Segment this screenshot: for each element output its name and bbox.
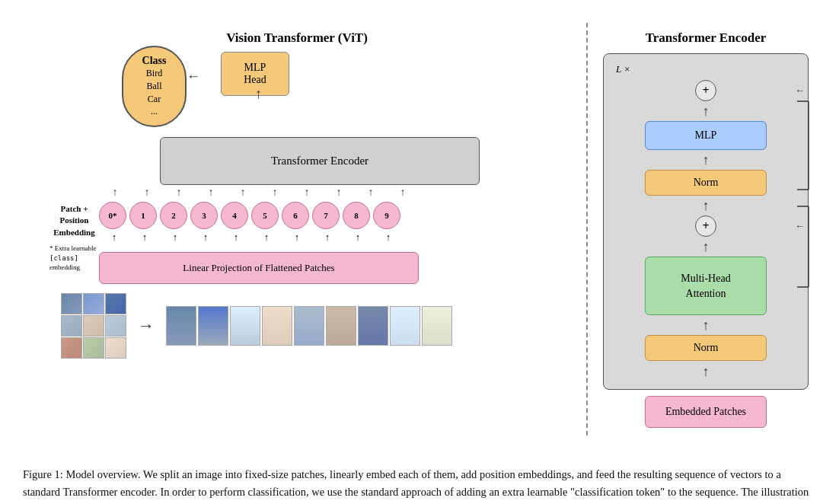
flat-patch	[294, 306, 324, 346]
te-stack: + ← ↑ MLP ↑ Norm ↑ + ←	[616, 80, 796, 361]
flattened-patches-row	[166, 306, 452, 346]
patch-thumb	[83, 315, 104, 337]
patch-thumb	[83, 293, 104, 314]
up-arrow: ↑	[283, 231, 311, 244]
up-arrow: ↑	[400, 187, 406, 199]
arrow-up: ↑	[703, 240, 710, 254]
token-9: 9	[373, 202, 400, 229]
flat-patch	[262, 306, 292, 346]
mlp-head-label: MLPHead	[235, 62, 275, 86]
plus-circle-bottom: +	[695, 215, 716, 237]
arrow-up: ↑	[703, 318, 710, 332]
token-1: 1	[129, 202, 157, 229]
transformer-encoder-box: Transformer Encoder	[160, 137, 480, 185]
flat-patch	[358, 306, 388, 346]
patch-thumb	[83, 337, 104, 359]
up-arrow: ↑	[131, 231, 158, 244]
class-items: BirdBallCar...	[137, 67, 171, 118]
token-5: 5	[251, 202, 279, 229]
up-arrow: ↑	[273, 187, 278, 199]
te-section: Transformer Encoder L × + ← ↑ MLP ↑	[603, 23, 816, 435]
norm-box-2: Norm	[645, 335, 767, 361]
original-image-grid	[61, 293, 126, 359]
linear-proj-box: Linear Projection of Flattened Patches	[99, 252, 419, 284]
mha-box: Multi-HeadAttention	[645, 257, 767, 315]
flat-patch	[230, 306, 260, 346]
class-output-box: Class BirdBallCar...	[122, 46, 187, 127]
patch-thumb	[105, 337, 126, 359]
patch-thumb	[105, 315, 126, 337]
up-arrow: ↑	[209, 187, 214, 199]
up-arrow: ↑	[100, 231, 128, 244]
up-arrow: ↑	[253, 231, 280, 244]
caption: Figure 1: Model overview. We split an im…	[23, 466, 816, 504]
patch-thumb	[61, 315, 82, 337]
image-patches-area: →	[61, 293, 556, 359]
token-2: 2	[160, 202, 187, 229]
embedded-patches-box: Embedded Patches	[645, 396, 767, 428]
patch-thumb	[61, 337, 82, 359]
skip-connections-svg	[790, 91, 812, 289]
token-3: 3	[190, 202, 218, 229]
up-arrow: ↑	[177, 187, 182, 199]
plus-top-row: + ←	[616, 80, 796, 101]
up-arrows-tokens: ↑ ↑ ↑ ↑ ↑ ↑ ↑ ↑ ↑ ↑	[99, 231, 556, 244]
tokens-row: 0* 1 2 3 4 5 6 7 8 9	[99, 202, 556, 229]
up-arrow: ↑	[241, 187, 246, 199]
tokens-area: 0* 1 2 3 4 5 6 7 8 9 ↑ ↑	[99, 202, 556, 284]
up-arrow: ↑	[161, 231, 189, 244]
diagram-section: Vision Transformer (ViT) Class BirdBallC…	[23, 15, 816, 443]
up-arrow: ↑	[314, 231, 341, 244]
token-0: 0*	[99, 202, 126, 229]
norm-box-1: Norm	[645, 170, 767, 196]
up-arrow: ↑	[344, 231, 372, 244]
flat-patch	[390, 306, 420, 346]
te-outer-box: L × + ← ↑ MLP ↑ Norm ↑	[603, 53, 809, 390]
up-arrow: ↑	[368, 187, 374, 199]
arrow-encoder-to-mlp: ↑	[255, 86, 262, 102]
vit-section: Vision Transformer (ViT) Class BirdBallC…	[23, 23, 571, 374]
mlp-box-te: MLP	[645, 121, 767, 150]
arrow-up-out: ↑	[703, 364, 710, 379]
up-arrow: ↑	[337, 187, 342, 199]
lx-label: L ×	[616, 63, 796, 75]
te-title: Transformer Encoder	[603, 30, 809, 46]
arrow-up: ↑	[703, 104, 710, 118]
up-arrows-row: ↑ ↑ ↑ ↑ ↑ ↑ ↑ ↑ ↑ ↑	[99, 187, 419, 199]
flat-patch	[198, 306, 228, 346]
arrow-mlp-to-class: ←	[187, 69, 200, 85]
embedding-row-container: Patch + PositionEmbedding 0* 1 2 3 4 5 6…	[38, 202, 556, 284]
patch-thumb	[105, 293, 126, 314]
up-arrow: ↑	[145, 187, 150, 199]
main-container: Vision Transformer (ViT) Class BirdBallC…	[23, 15, 816, 504]
token-8: 8	[343, 202, 370, 229]
vit-title: Vision Transformer (ViT)	[38, 30, 556, 46]
token-6: 6	[282, 202, 309, 229]
up-arrow: ↑	[192, 231, 219, 244]
extra-learnable-label: * Extra learnable[class] embedding	[49, 244, 107, 273]
up-arrow: ↑	[375, 231, 402, 244]
patch-thumb	[61, 293, 82, 314]
divider	[586, 23, 588, 435]
arrow-up: ↑	[703, 153, 710, 167]
token-7: 7	[312, 202, 340, 229]
token-4: 4	[221, 202, 248, 229]
embedded-patches-area: Embedded Patches	[603, 390, 809, 428]
arrow-right: →	[138, 316, 155, 336]
class-label: Class	[137, 55, 171, 67]
flat-patch	[326, 306, 356, 346]
embedded-patches-label: Embedded Patches	[665, 406, 746, 417]
up-arrow: ↑	[113, 187, 118, 199]
up-arrow: ↑	[305, 187, 310, 199]
up-arrow: ↑	[222, 231, 250, 244]
plus-circle-top: +	[695, 80, 716, 101]
plus-bottom-row: + ←	[616, 215, 796, 237]
flat-patch	[166, 306, 196, 346]
transformer-encoder-area: Transformer Encoder ↑ ↑ ↑ ↑ ↑ ↑ ↑ ↑ ↑ ↑	[99, 137, 419, 199]
embedding-label: Patch + PositionEmbedding	[49, 203, 99, 238]
flat-patch	[422, 306, 452, 346]
arrow-up: ↑	[703, 199, 710, 212]
arrow-out-top: ↑	[616, 364, 796, 380]
